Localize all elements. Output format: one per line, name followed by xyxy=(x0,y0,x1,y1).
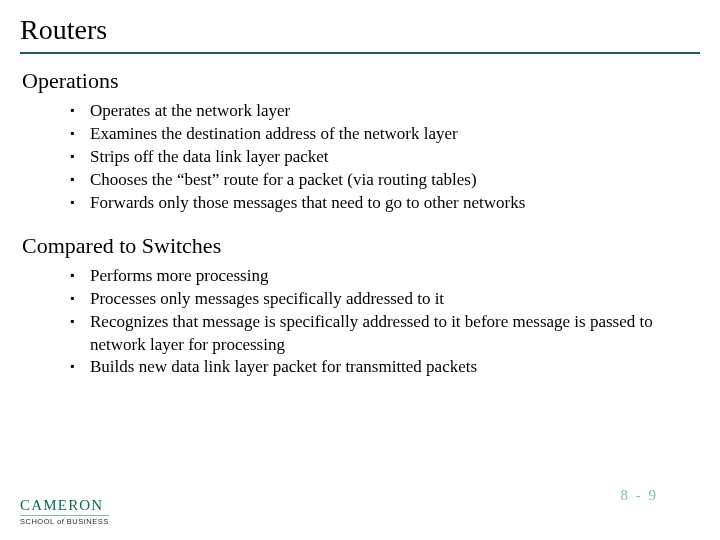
logo-bottom-text: SCHOOL of BUSINESS xyxy=(20,515,109,526)
list-item: Chooses the “best” route for a packet (v… xyxy=(70,169,700,192)
list-item: Operates at the network layer xyxy=(70,100,700,123)
logo-top-text: CAMERON xyxy=(20,498,109,513)
compared-list: Performs more processing Processes only … xyxy=(70,265,700,380)
slide-body: Routers Operations Operates at the netwo… xyxy=(0,0,720,379)
list-item: Performs more processing xyxy=(70,265,700,288)
title-divider xyxy=(20,52,700,54)
section-heading-compared: Compared to Switches xyxy=(22,233,700,259)
section-heading-operations: Operations xyxy=(22,68,700,94)
page-number: 8 - 9 xyxy=(621,487,659,504)
list-item: Forwards only those messages that need t… xyxy=(70,192,700,215)
list-item: Recognizes that message is specifically … xyxy=(70,311,700,357)
slide-title: Routers xyxy=(20,14,700,52)
operations-list: Operates at the network layer Examines t… xyxy=(70,100,700,215)
footer-logo: CAMERON SCHOOL of BUSINESS xyxy=(20,498,109,526)
list-item: Builds new data link layer packet for tr… xyxy=(70,356,700,379)
list-item: Processes only messages specifically add… xyxy=(70,288,700,311)
list-item: Examines the destination address of the … xyxy=(70,123,700,146)
list-item: Strips off the data link layer packet xyxy=(70,146,700,169)
